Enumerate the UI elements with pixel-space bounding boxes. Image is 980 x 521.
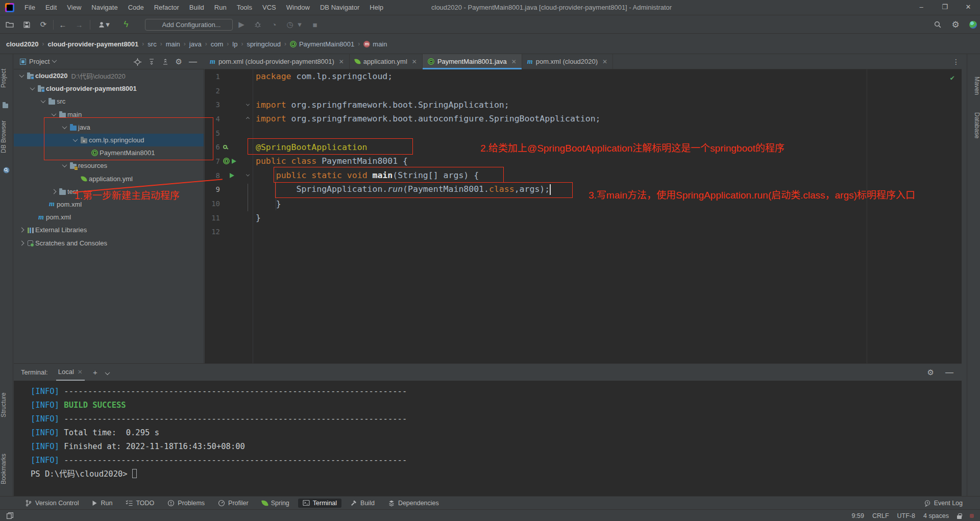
run-icon[interactable]: ▶ xyxy=(236,19,247,30)
save-icon[interactable] xyxy=(21,19,32,30)
run-dropdown-icon[interactable]: ▾ xyxy=(297,19,302,30)
tree-item-cloud2020[interactable]: cloud2020D:\代码\cloud2020 xyxy=(14,69,204,82)
tree-item-external-libraries[interactable]: External Libraries xyxy=(14,224,204,236)
toolwindow-button-run[interactable]: Run xyxy=(87,499,117,508)
tab-close-icon[interactable]: ✕ xyxy=(602,58,607,65)
hidden-tabs-icon[interactable]: ⋮ xyxy=(950,54,962,69)
breadcrumb-item[interactable]: com xyxy=(211,40,224,48)
db-browser-icon[interactable] xyxy=(3,166,10,174)
breadcrumb-item[interactable]: main xyxy=(166,40,180,48)
search-everywhere-icon[interactable] xyxy=(932,19,943,30)
menu-file[interactable]: File xyxy=(19,0,40,15)
breadcrumb-item[interactable]: cloud2020 xyxy=(6,40,39,48)
menu-window[interactable]: Window xyxy=(281,0,315,15)
menu-build[interactable]: Build xyxy=(184,0,209,15)
sidebar-item-bookmarks[interactable]: Bookmarks xyxy=(0,447,13,491)
toolwindow-button-version-control[interactable]: Version Control xyxy=(20,499,83,508)
editor-tab-application-yml[interactable]: application.yml✕ xyxy=(350,54,423,69)
back-icon[interactable]: ← xyxy=(57,19,68,30)
code-line-6[interactable]: 6@SpringBootApplication xyxy=(205,140,962,154)
locate-file-icon[interactable] xyxy=(134,58,141,66)
project-view-dropdown-icon[interactable] xyxy=(52,58,57,63)
collapse-all-icon[interactable] xyxy=(162,58,169,65)
sidebar-item-database[interactable]: Database xyxy=(967,105,980,146)
tree-item-cloud-provider-payment8001[interactable]: cloud-provider-payment8001 xyxy=(14,82,204,95)
coverage-icon[interactable]: ◷ xyxy=(284,19,296,30)
menu-refactor[interactable]: Refactor xyxy=(149,0,184,15)
inspections-ok-icon[interactable]: ✔ xyxy=(950,73,954,82)
tool-window-switcher-icon[interactable] xyxy=(6,512,14,519)
code-line-3[interactable]: 3import org.springframework.boot.SpringA… xyxy=(205,97,962,112)
menu-run[interactable]: Run xyxy=(209,0,232,15)
sidebar-item-project[interactable]: Project xyxy=(0,60,13,96)
tree-item-resources[interactable]: resources xyxy=(14,159,204,172)
menu-db-navigator[interactable]: DB Navigator xyxy=(315,0,364,15)
menu-vcs[interactable]: VCS xyxy=(257,0,281,15)
sidebar-item-structure[interactable]: Structure xyxy=(0,385,13,426)
terminal-tab-local[interactable]: Local✕ xyxy=(56,364,85,381)
editor-tab-pom-xml-cloud-provider-payment8001-[interactable]: mpom.xml (cloud-provider-payment8001)✕ xyxy=(205,54,350,69)
code-line-11[interactable]: 11} xyxy=(205,211,962,225)
menu-tools[interactable]: Tools xyxy=(232,0,257,15)
hide-panel-icon[interactable]: — xyxy=(189,57,197,66)
profiler-run-icon[interactable]: ◔ xyxy=(268,19,280,30)
breadcrumb-item[interactable]: src xyxy=(148,40,156,48)
line-separator[interactable]: CRLF xyxy=(872,512,889,519)
tree-item-paymentmain8001[interactable]: PaymentMain8001 xyxy=(14,146,204,159)
tree-item-pom-xml[interactable]: mpom.xml xyxy=(14,211,204,224)
open-icon[interactable] xyxy=(4,19,15,30)
minimize-button[interactable]: – xyxy=(910,0,933,15)
close-button[interactable]: ✕ xyxy=(957,0,980,15)
tree-item-com-lp-springcloud[interactable]: com.lp.springcloud xyxy=(14,134,204,146)
new-terminal-icon[interactable]: + xyxy=(93,368,97,377)
colorful-sphere-icon[interactable] xyxy=(967,19,978,30)
maximize-button[interactable]: ❐ xyxy=(933,0,957,15)
terminal-minimize-icon[interactable]: — xyxy=(945,368,953,377)
settings-gear-icon[interactable]: ⚙ xyxy=(950,19,961,30)
sidebar-item-maven[interactable]: Maven xyxy=(967,70,980,101)
stop-icon[interactable]: ■ xyxy=(309,19,321,30)
tab-close-icon[interactable]: ✕ xyxy=(511,58,517,65)
editor-tab-paymentmain8001-java[interactable]: PaymentMain8001.java✕ xyxy=(423,54,522,69)
tab-close-icon[interactable]: ✕ xyxy=(412,58,417,65)
code-line-5[interactable]: 5 xyxy=(205,126,962,140)
tree-item-test[interactable]: test xyxy=(14,185,204,198)
tab-close-icon[interactable]: ✕ xyxy=(339,58,344,65)
tree-item-scratches-and-consoles[interactable]: Scratches and Consoles xyxy=(14,236,204,249)
code-line-2[interactable]: 2 xyxy=(205,84,962,98)
tree-item-java[interactable]: java xyxy=(14,121,204,134)
project-folder-icon[interactable] xyxy=(3,101,8,110)
terminal-settings-gear-icon[interactable]: ⚙ xyxy=(927,368,934,377)
toolwindow-button-dependencies[interactable]: Dependencies xyxy=(383,499,444,508)
menu-code[interactable]: Code xyxy=(123,0,149,15)
code-line-12[interactable]: 12 xyxy=(205,225,962,239)
debug-icon[interactable] xyxy=(252,19,263,30)
code-line-10[interactable]: 10 } xyxy=(205,196,962,211)
toolwindow-button-profiler[interactable]: Profiler xyxy=(213,499,253,508)
breadcrumb-item[interactable]: PaymentMain8001 xyxy=(290,40,354,48)
breadcrumb-item[interactable]: lp xyxy=(232,40,237,48)
menu-help[interactable]: Help xyxy=(364,0,388,15)
toolwindow-button-todo[interactable]: TODO xyxy=(121,499,159,508)
add-configuration-button[interactable]: Add Configuration... xyxy=(145,19,233,31)
menu-navigate[interactable]: Navigate xyxy=(86,0,122,15)
breadcrumb-item[interactable]: mmain xyxy=(363,40,387,48)
caret-position[interactable]: 9:59 xyxy=(852,512,864,519)
sync-icon[interactable]: ⟳ xyxy=(38,19,49,30)
forward-icon[interactable]: → xyxy=(74,19,85,30)
code-line-4[interactable]: 4import org.springframework.boot.autocon… xyxy=(205,112,962,126)
code-line-1[interactable]: 1package com.lp.springcloud; xyxy=(205,69,962,84)
tree-item-application-yml[interactable]: application.yml xyxy=(14,172,204,185)
user-dropdown-icon[interactable]: ▾ xyxy=(105,19,110,30)
toolwindow-button-terminal[interactable]: Terminal xyxy=(298,499,341,508)
editor-tab-pom-xml-cloud2020-[interactable]: mpom.xml (cloud2020)✕ xyxy=(522,54,613,69)
green-bolt-icon[interactable]: ϟ xyxy=(120,19,132,30)
event-log-button[interactable]: Event Log xyxy=(924,500,963,507)
breadcrumb-item[interactable]: java xyxy=(189,40,202,48)
breadcrumb-item[interactable]: springcloud xyxy=(247,40,281,48)
tree-item-pom-xml[interactable]: mpom.xml xyxy=(14,198,204,211)
tree-item-src[interactable]: src xyxy=(14,95,204,108)
file-encoding[interactable]: UTF-8 xyxy=(897,512,915,519)
breadcrumb-item[interactable]: cloud-provider-payment8001 xyxy=(48,40,139,48)
readonly-lock-icon[interactable] xyxy=(957,515,962,519)
